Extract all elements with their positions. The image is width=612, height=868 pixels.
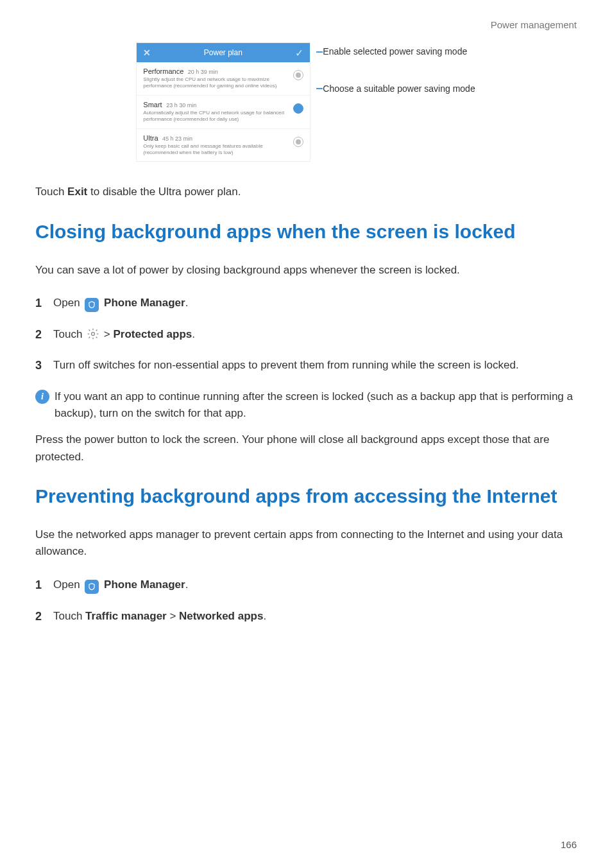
page-number: 166 [561,839,577,850]
text: to disable the Ultra power plan. [87,186,241,198]
protected-apps-label: Protected apps [113,328,192,340]
info-icon: i [35,390,49,404]
section1-intro: You can save a lot of power by closing b… [35,262,577,279]
text: Open [53,578,83,591]
option-name: Performance [143,67,183,75]
section1-steps: Open Phone Manager. Touch > Protected ap… [35,295,577,374]
exit-instruction: Touch Exit to disable the Ultra power pl… [35,184,577,200]
callout-choose: Choose a suitable power saving mode [323,83,475,96]
gear-icon [87,327,99,340]
callout-connector [316,88,323,89]
step-protected-apps: Touch > Protected apps. [35,326,577,343]
option-time: 23 h 30 min [166,102,196,108]
text: > [167,610,179,622]
option-desc: Automatically adjust the CPU and network… [143,110,287,123]
text: . [185,578,189,591]
power-option-ultra[interactable]: Ultra 45 h 23 min Only keep basic call a… [137,129,310,162]
phone-panel: ✕ Power plan ✓ Performance 20 h 39 min S… [137,43,310,161]
header-section-label: Power management [35,19,577,30]
traffic-manager-label: Traffic manager [85,610,167,622]
tip-text: If you want an app to continue running a… [55,388,577,422]
callout-connector [316,51,323,53]
option-time: 45 h 23 min [162,135,192,142]
exit-label: Exit [67,186,87,198]
networked-apps-label: Networked apps [179,610,263,622]
section-title-closing-apps: Closing background apps when the screen … [35,217,577,246]
tip-note: i If you want an app to continue running… [35,388,577,422]
phone-manager-label: Phone Manager [104,578,185,591]
text: Touch [53,328,85,340]
section-title-network-apps: Preventing background apps from accessin… [35,482,577,510]
option-time: 20 h 39 min [188,69,218,75]
option-name: Smart [143,101,162,108]
step-traffic-manager: Touch Traffic manager > Networked apps. [35,608,577,625]
text: Open [53,297,83,309]
power-option-smart[interactable]: Smart 23 h 30 min Automatically adjust t… [137,96,310,129]
step-turn-off-switches: Turn off switches for non-essential apps… [35,357,577,374]
phone-manager-label: Phone Manager [104,297,185,309]
section2-intro: Use the networked apps manager to preven… [35,526,577,560]
option-name: Ultra [143,134,158,142]
phone-manager-icon [85,580,99,594]
callout-enable: Enable selected power saving mode [323,46,467,58]
option-desc: Only keep basic call and message feature… [143,143,287,157]
text: . [192,328,195,340]
phone-panel-title: Power plan [151,48,295,57]
text: Touch [35,186,67,198]
step-open-phone-manager-2: Open Phone Manager. [35,577,577,594]
text: Touch [53,610,85,622]
section1-after: Press the power button to lock the scree… [35,431,577,465]
section2-steps: Open Phone Manager. Touch Traffic manage… [35,577,577,625]
radio-icon[interactable] [293,70,303,80]
power-option-performance[interactable]: Performance 20 h 39 min Slightly adjust … [137,62,310,96]
power-plan-illustration: ✕ Power plan ✓ Performance 20 h 39 min S… [35,43,577,161]
confirm-icon[interactable]: ✓ [295,47,303,59]
radio-icon-selected[interactable] [293,103,303,114]
option-desc: Slightly adjust the CPU and network usag… [143,76,287,90]
close-icon[interactable]: ✕ [143,48,151,58]
text: . [185,297,189,309]
radio-icon[interactable] [293,137,303,147]
text: . [263,610,266,622]
phone-panel-header: ✕ Power plan ✓ [137,43,310,62]
step-open-phone-manager: Open Phone Manager. [35,295,577,312]
text: > [104,328,114,340]
svg-point-0 [92,333,95,336]
phone-manager-icon [85,298,99,312]
